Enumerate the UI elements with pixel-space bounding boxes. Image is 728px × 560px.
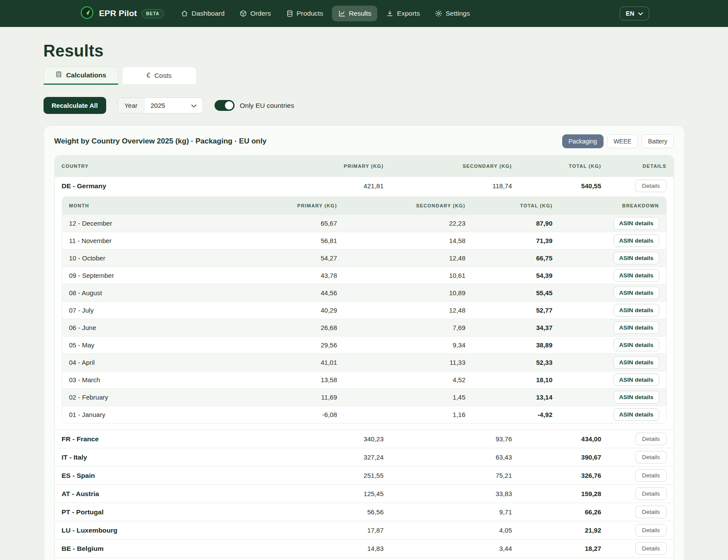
asin-details-button[interactable]: ASIN details [614, 373, 659, 386]
details-button[interactable]: Details [635, 433, 666, 445]
country-name: PT - Portugal [62, 508, 310, 516]
asin-details-button[interactable]: ASIN details [614, 234, 659, 247]
secondary-kg-cell: 3,44 [384, 545, 512, 552]
country-name: IT - Italy [62, 453, 310, 461]
secondary-kg-cell: 12,48 [337, 254, 466, 262]
asin-details-button[interactable]: ASIN details [614, 321, 659, 334]
asin-details-button[interactable]: ASIN details [614, 287, 659, 299]
column-header: BREAKDOWN [553, 203, 659, 208]
asin-details-button[interactable]: ASIN details [614, 339, 659, 351]
total-kg-cell: 55,45 [466, 289, 553, 297]
beta-badge: BETA [141, 9, 164, 18]
breakdown-cell: ASIN details [553, 339, 659, 351]
primary-kg-cell: 26,68 [272, 324, 337, 331]
asin-details-button[interactable]: ASIN details [614, 269, 659, 282]
secondary-kg-cell: 118,74 [384, 182, 512, 190]
month-row: 10 - October54,2712,4866,75ASIN details [62, 249, 666, 267]
details-button[interactable]: Details [635, 506, 666, 518]
primary-kg-cell: 29,56 [272, 341, 337, 349]
month-name: 07 - July [69, 307, 272, 314]
primary-kg-cell: 41,01 [272, 359, 337, 366]
nav-item-label: Exports [397, 10, 420, 17]
column-header: DETAILS [601, 163, 667, 169]
package-icon [239, 10, 247, 17]
language-selector[interactable]: EN [620, 7, 649, 20]
asin-details-button[interactable]: ASIN details [614, 304, 659, 317]
nav-item-exports[interactable]: Exports [380, 6, 426, 21]
secondary-kg-cell: 4,52 [337, 376, 466, 383]
details-button[interactable]: Details [635, 524, 666, 537]
breakdown-cell: ASIN details [553, 373, 659, 386]
filter-button-packaging[interactable]: Packaging [562, 134, 604, 148]
total-kg-cell: 87,90 [466, 220, 553, 227]
category-filter-group: PackagingWEEEBattery [562, 134, 674, 148]
euro-icon: € [147, 72, 151, 80]
country-row: PT - Portugal56,569,7166,26Details [55, 503, 674, 521]
month-row: 07 - July40,2912,4852,77ASIN details [62, 301, 666, 319]
secondary-kg-cell: 9,71 [384, 508, 512, 516]
secondary-kg-cell: 93,76 [384, 435, 512, 443]
primary-kg-cell: 13,58 [272, 376, 337, 383]
details-button[interactable]: Details [635, 487, 666, 500]
column-header: TOTAL (KG) [512, 163, 601, 169]
secondary-kg-cell: 7,69 [337, 324, 466, 331]
primary-kg-cell: 43,78 [272, 272, 337, 279]
main-nav: DashboardOrdersProductsResultsExportsSet… [174, 6, 615, 21]
database-icon [286, 10, 294, 17]
eu-only-toggle[interactable] [215, 100, 235, 111]
country-row: AT - Austria125,4533,83159,28Details [55, 484, 674, 503]
nav-item-results[interactable]: Results [332, 6, 378, 21]
recalculate-all-button[interactable]: Recalculate All [44, 97, 106, 114]
total-kg-cell: 52,33 [466, 359, 553, 366]
details-cell: Details [601, 451, 667, 463]
nav-item-settings[interactable]: Settings [429, 6, 476, 21]
breakdown-cell: ASIN details [553, 234, 659, 247]
asin-details-button[interactable]: ASIN details [614, 217, 659, 230]
details-button[interactable]: Details [635, 542, 666, 555]
country-row: FR - France340,2393,76434,00Details [55, 430, 674, 448]
nav-item-dashboard[interactable]: Dashboard [174, 6, 231, 21]
details-cell: Details [601, 524, 667, 537]
column-header: PRIMARY (KG) [310, 163, 384, 169]
total-kg-cell: 71,39 [466, 237, 553, 244]
details-cell: Details [601, 180, 667, 192]
country-name: AT - Austria [62, 490, 310, 498]
month-row: 02 - February11,691,4513,14ASIN details [62, 388, 666, 406]
total-kg-cell: 66,26 [512, 508, 601, 516]
nav-item-products[interactable]: Products [280, 6, 329, 21]
primary-kg-cell: 327,24 [310, 453, 384, 461]
asin-details-button[interactable]: ASIN details [614, 391, 659, 403]
column-header: COUNTRY [62, 163, 310, 169]
details-cell: Details [601, 433, 667, 445]
filter-button-weee[interactable]: WEEE [607, 134, 638, 148]
total-kg-cell: 21,92 [512, 527, 601, 534]
column-header: SECONDARY (KG) [337, 203, 466, 208]
breakdown-cell: ASIN details [553, 391, 659, 403]
details-button[interactable]: Details [635, 180, 666, 192]
total-kg-cell: 326,76 [512, 472, 601, 479]
gear-icon [435, 10, 443, 17]
month-row: 01 - January-6,081,16-4,92ASIN details [62, 406, 666, 423]
nav-item-orders[interactable]: Orders [233, 6, 277, 21]
filter-button-battery[interactable]: Battery [641, 134, 674, 148]
country-name: LU - Luxembourg [62, 527, 310, 534]
year-value: 2025 [151, 102, 165, 109]
column-header: MONTH [69, 203, 272, 208]
secondary-kg-cell: 10,89 [337, 289, 466, 297]
total-kg-cell: 18,10 [466, 376, 553, 383]
asin-details-button[interactable]: ASIN details [614, 252, 659, 264]
details-button[interactable]: Details [635, 469, 666, 482]
tab-label: Calculations [66, 71, 106, 79]
asin-details-button[interactable]: ASIN details [614, 408, 659, 421]
year-select[interactable]: 2025 [144, 98, 203, 113]
tab-calculations[interactable]: Calculations [44, 67, 118, 85]
nav-item-label: Settings [446, 10, 470, 17]
month-name: 10 - October [69, 254, 272, 262]
asin-details-button[interactable]: ASIN details [614, 356, 659, 369]
details-button[interactable]: Details [635, 451, 666, 463]
primary-kg-cell: 56,56 [310, 508, 384, 516]
total-kg-cell: 159,28 [512, 490, 601, 497]
tab-costs[interactable]: €Costs [122, 67, 197, 85]
month-row: 12 - December65,6722,2387,90ASIN details [62, 214, 666, 232]
secondary-kg-cell: 22,23 [337, 220, 466, 227]
